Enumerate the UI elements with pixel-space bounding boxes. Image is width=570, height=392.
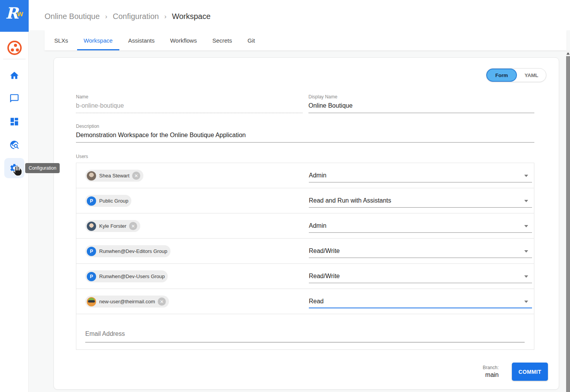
- form-yaml-toggle: Form YAML: [486, 68, 546, 82]
- breadcrumb-configuration[interactable]: Configuration: [113, 12, 159, 21]
- chevron-down-icon: [524, 175, 528, 177]
- user-chip-label: Runwhen@Dev-Editors Group: [99, 248, 167, 254]
- dashboard-icon: [9, 117, 19, 127]
- name-input: b-online-boutique: [76, 102, 303, 113]
- display-name-input[interactable]: Online Boutique: [308, 102, 534, 113]
- sidebar-divider: [3, 59, 26, 59]
- role-select-value: Read: [309, 296, 532, 307]
- avatar: [87, 297, 96, 306]
- remove-user-icon[interactable]: ✕: [132, 172, 140, 180]
- role-select-value: Read and Run with Assistants: [309, 195, 532, 206]
- chevron-down-icon: [524, 225, 528, 227]
- role-select[interactable]: Read and Run with Assistants: [309, 195, 532, 208]
- sidebar: R w: [0, 0, 29, 392]
- chevron-down-icon: [524, 250, 528, 253]
- role-select[interactable]: Read/Write: [309, 246, 532, 258]
- user-chip[interactable]: P Public Group: [85, 195, 131, 207]
- breadcrumb-separator-icon: ›: [164, 13, 167, 21]
- breadcrumb: Online Boutique › Configuration › Worksp…: [45, 12, 210, 21]
- tab-bar: SLXs Workspace Assistants Workflows Secr…: [45, 30, 567, 50]
- workspace-config-card: Form YAML Name b-online-boutique Display…: [53, 57, 559, 390]
- name-field: Name b-online-boutique: [76, 94, 303, 113]
- role-select-value: Admin: [309, 170, 532, 181]
- user-chip-label: Runwhen@Dev-Users Group: [99, 273, 165, 279]
- workspace-avatar-icon[interactable]: [7, 41, 22, 55]
- role-select[interactable]: Admin: [309, 170, 532, 182]
- vertical-scrollbar[interactable]: [566, 50, 570, 392]
- users-list: Shea Stewart ✕ Admin P Public Group Read…: [76, 163, 534, 350]
- remove-user-icon[interactable]: ✕: [129, 222, 137, 230]
- user-row: P Public Group Read and Run with Assista…: [76, 188, 534, 213]
- logo-w: w: [17, 9, 23, 18]
- avatar: [87, 171, 96, 181]
- name-label: Name: [76, 94, 303, 100]
- branch-label: Branch:: [441, 365, 499, 370]
- avatar: P: [87, 247, 96, 256]
- display-name-field: Display Name Online Boutique: [308, 94, 534, 113]
- description-label: Description: [76, 124, 534, 129]
- description-input[interactable]: Demonstration Workspace for the Online B…: [76, 132, 534, 143]
- avatar: P: [87, 272, 96, 281]
- sidebar-item-dashboard[interactable]: [4, 112, 24, 132]
- role-select[interactable]: Read: [309, 296, 532, 308]
- avatar: P: [87, 196, 96, 206]
- scrollbar-thumb[interactable]: [566, 56, 570, 392]
- sidebar-item-explore[interactable]: [4, 135, 24, 155]
- logo-r: R: [5, 5, 18, 21]
- user-chip[interactable]: Shea Stewart ✕: [85, 170, 143, 182]
- chevron-down-icon: [524, 275, 528, 278]
- chevron-down-icon: [524, 200, 528, 202]
- gear-icon: [9, 163, 19, 173]
- role-select-value: Read/Write: [309, 246, 532, 256]
- user-chip[interactable]: new-user@theirmail.com ✕: [85, 296, 169, 308]
- branch-value: main: [441, 371, 499, 378]
- tab-slxs[interactable]: SLXs: [48, 30, 75, 50]
- sidebar-item-chat[interactable]: [4, 88, 24, 108]
- email-address-input[interactable]: Email Address: [85, 327, 525, 342]
- breadcrumb-current-page: Workspace: [172, 12, 211, 21]
- runwhen-logo[interactable]: R w: [0, 0, 29, 32]
- role-select[interactable]: Admin: [309, 220, 532, 233]
- sidebar-item-configuration[interactable]: [4, 158, 24, 178]
- avatar: [87, 222, 96, 231]
- role-select[interactable]: Read/Write: [309, 271, 532, 283]
- user-chip[interactable]: P Runwhen@Dev-Users Group: [85, 270, 168, 282]
- breadcrumb-workspace-name[interactable]: Online Boutique: [45, 12, 100, 21]
- user-row: P Runwhen@Dev-Users Group Read/Write: [76, 264, 534, 289]
- breadcrumb-separator-icon: ›: [105, 13, 107, 21]
- chevron-down-icon: [524, 301, 528, 303]
- user-chip-label: Kyle Forster: [99, 223, 126, 229]
- user-row: P Runwhen@Dev-Editors Group Read/Write: [76, 239, 534, 264]
- role-select-value: Read/Write: [309, 271, 532, 282]
- user-chip[interactable]: P Runwhen@Dev-Editors Group: [85, 245, 170, 257]
- users-label: Users: [76, 154, 88, 159]
- user-chip-label: Shea Stewart: [99, 173, 129, 179]
- display-name-label: Display Name: [308, 94, 534, 100]
- role-select-value: Admin: [309, 220, 532, 231]
- add-user-row: Email Address: [76, 314, 534, 349]
- user-chip[interactable]: Kyle Forster ✕: [85, 220, 140, 232]
- home-icon: [9, 70, 19, 81]
- configuration-tooltip: Configuration: [25, 163, 60, 173]
- user-chip-label: Public Group: [99, 198, 128, 204]
- tab-workspace[interactable]: Workspace: [77, 30, 119, 50]
- user-row: Shea Stewart ✕ Admin: [76, 163, 534, 188]
- scrollbar-up-arrow-icon[interactable]: [566, 52, 570, 55]
- remove-user-icon[interactable]: ✕: [158, 297, 166, 306]
- tab-git[interactable]: Git: [241, 30, 262, 50]
- branch-info: Branch: main: [441, 365, 499, 378]
- chat-icon: [9, 93, 19, 103]
- tab-secrets[interactable]: Secrets: [206, 30, 239, 50]
- tab-workflows[interactable]: Workflows: [164, 30, 203, 50]
- sidebar-item-home[interactable]: [4, 65, 24, 86]
- commit-button[interactable]: COMMIT: [512, 363, 548, 381]
- form-toggle-button[interactable]: Form: [486, 69, 517, 82]
- description-field: Description Demonstration Workspace for …: [76, 124, 534, 143]
- tab-assistants[interactable]: Assistants: [122, 30, 161, 50]
- yaml-toggle-button[interactable]: YAML: [517, 69, 546, 82]
- user-row: Kyle Forster ✕ Admin: [76, 213, 534, 239]
- user-row: new-user@theirmail.com ✕ Read: [76, 289, 534, 314]
- user-chip-label: new-user@theirmail.com: [99, 299, 155, 304]
- map-search-icon: [9, 140, 19, 150]
